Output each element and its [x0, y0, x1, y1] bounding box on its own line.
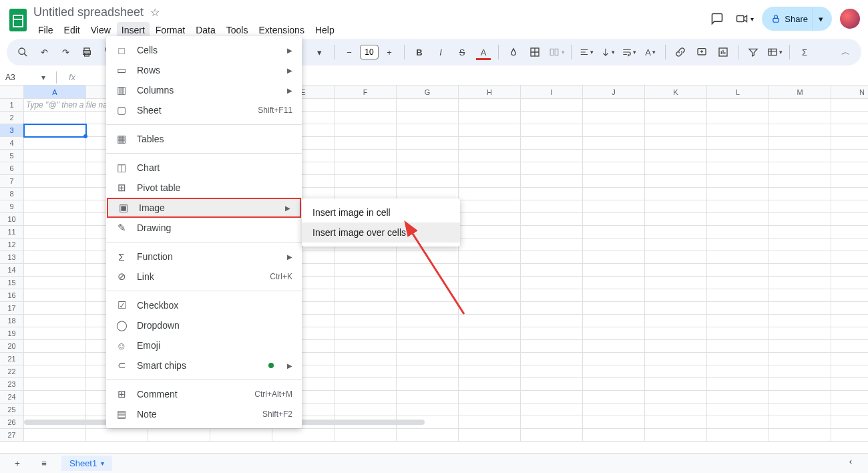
cell[interactable]	[645, 226, 707, 239]
cell[interactable]	[831, 99, 868, 112]
insert-comment-icon[interactable]	[692, 43, 711, 61]
functions-sigma-icon[interactable]: Σ	[795, 43, 814, 61]
row-header[interactable]: 16	[0, 289, 24, 302]
cell[interactable]	[521, 315, 583, 327]
cell[interactable]	[24, 137, 86, 150]
cell[interactable]	[521, 251, 583, 264]
cell[interactable]	[769, 277, 831, 289]
redo-icon[interactable]: ↷	[56, 43, 75, 61]
cell[interactable]	[583, 188, 645, 200]
cell[interactable]	[397, 162, 459, 175]
cell[interactable]	[24, 378, 86, 391]
insert-menu-note[interactable]: ▤NoteShift+F2	[106, 404, 302, 424]
italic-icon[interactable]: I	[431, 43, 450, 61]
cell[interactable]	[459, 378, 521, 391]
insert-menu-cells[interactable]: □Cells▶	[106, 40, 302, 60]
cell[interactable]	[521, 150, 583, 162]
cell[interactable]	[769, 239, 831, 251]
cell[interactable]	[459, 137, 521, 150]
cell[interactable]	[24, 353, 86, 365]
row-header[interactable]: 26	[0, 416, 24, 429]
v-align-icon[interactable]: ▾	[598, 43, 617, 61]
cell[interactable]	[583, 99, 645, 112]
insert-menu-tables[interactable]: ▦Tables	[106, 129, 302, 149]
cell[interactable]	[707, 239, 769, 251]
cell[interactable]	[645, 124, 707, 137]
insert-menu-smart-chips[interactable]: ⊂Smart chips▶	[106, 355, 302, 375]
cell[interactable]	[769, 378, 831, 391]
cell[interactable]	[397, 112, 459, 124]
cell[interactable]	[24, 264, 86, 277]
cell[interactable]	[24, 340, 86, 353]
cell[interactable]	[707, 150, 769, 162]
cell[interactable]	[831, 239, 868, 251]
cell[interactable]	[583, 200, 645, 213]
row-header[interactable]: 20	[0, 340, 24, 353]
comments-icon[interactable]	[708, 9, 726, 28]
row-header[interactable]: 27	[0, 429, 24, 442]
cell[interactable]	[645, 289, 707, 302]
cell[interactable]	[335, 264, 397, 277]
cell[interactable]	[583, 302, 645, 315]
cell[interactable]	[272, 429, 335, 442]
cell[interactable]	[459, 365, 521, 378]
cell[interactable]	[521, 200, 583, 213]
cell[interactable]	[521, 404, 583, 416]
cell[interactable]	[831, 112, 868, 124]
cell[interactable]	[521, 302, 583, 315]
cell[interactable]	[583, 175, 645, 188]
cell[interactable]	[831, 175, 868, 188]
strikethrough-icon[interactable]: S	[453, 43, 471, 61]
cell[interactable]	[769, 315, 831, 327]
cell[interactable]	[707, 302, 769, 315]
row-header[interactable]: 3	[0, 124, 24, 137]
cell[interactable]	[335, 150, 397, 162]
cell[interactable]	[459, 162, 521, 175]
cell[interactable]	[831, 404, 868, 416]
cell[interactable]	[24, 289, 86, 302]
row-header[interactable]: 5	[0, 150, 24, 162]
cell[interactable]	[645, 162, 707, 175]
cell[interactable]	[335, 327, 397, 340]
cell[interactable]	[707, 137, 769, 150]
cell[interactable]	[459, 150, 521, 162]
cell[interactable]	[24, 429, 86, 442]
cell[interactable]	[769, 251, 831, 264]
cell[interactable]	[335, 365, 397, 378]
cell[interactable]	[831, 277, 868, 289]
cell[interactable]	[583, 264, 645, 277]
cell[interactable]	[521, 327, 583, 340]
col-header[interactable]: M	[769, 86, 831, 99]
cell[interactable]	[583, 124, 645, 137]
cell[interactable]	[645, 213, 707, 226]
cell[interactable]	[583, 429, 645, 442]
cell[interactable]	[335, 112, 397, 124]
cell[interactable]	[459, 340, 521, 353]
row-header[interactable]: 24	[0, 391, 24, 404]
cell[interactable]	[335, 175, 397, 188]
submenu-insert-image-in-cell[interactable]: Insert image in cell	[302, 202, 460, 222]
cell[interactable]	[645, 150, 707, 162]
cell[interactable]	[335, 391, 397, 404]
col-header[interactable]: G	[397, 86, 459, 99]
cell[interactable]	[707, 162, 769, 175]
cell[interactable]	[831, 365, 868, 378]
cell[interactable]	[521, 378, 583, 391]
cell[interactable]	[707, 340, 769, 353]
cell[interactable]	[335, 251, 397, 264]
cell[interactable]	[521, 277, 583, 289]
cell[interactable]	[335, 302, 397, 315]
row-header[interactable]: 1	[0, 99, 24, 112]
cell[interactable]	[335, 378, 397, 391]
cell[interactable]	[583, 213, 645, 226]
name-box[interactable]: A3 ▾	[0, 73, 53, 82]
cell[interactable]	[707, 175, 769, 188]
insert-menu-chart[interactable]: ◫Chart	[106, 158, 302, 178]
cell[interactable]	[521, 353, 583, 365]
cell[interactable]	[24, 226, 86, 239]
insert-menu-dropdown[interactable]: ◯Dropdown	[106, 315, 302, 335]
cell[interactable]	[769, 365, 831, 378]
insert-menu-columns[interactable]: ▥Columns▶	[106, 80, 302, 100]
cell[interactable]	[335, 353, 397, 365]
cell[interactable]	[831, 327, 868, 340]
